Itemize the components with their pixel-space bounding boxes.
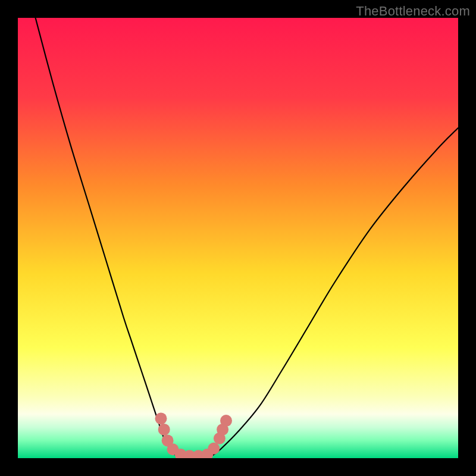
curve-markers (155, 412, 233, 458)
curve-marker (208, 443, 220, 455)
outer-frame: TheBottleneck.com (0, 0, 476, 476)
curve-marker (158, 424, 170, 436)
watermark-text: TheBottleneck.com (356, 4, 470, 19)
plot-area (18, 18, 458, 458)
bottleneck-curve (18, 18, 458, 458)
curve-marker (220, 415, 232, 427)
curve-marker (155, 412, 167, 424)
